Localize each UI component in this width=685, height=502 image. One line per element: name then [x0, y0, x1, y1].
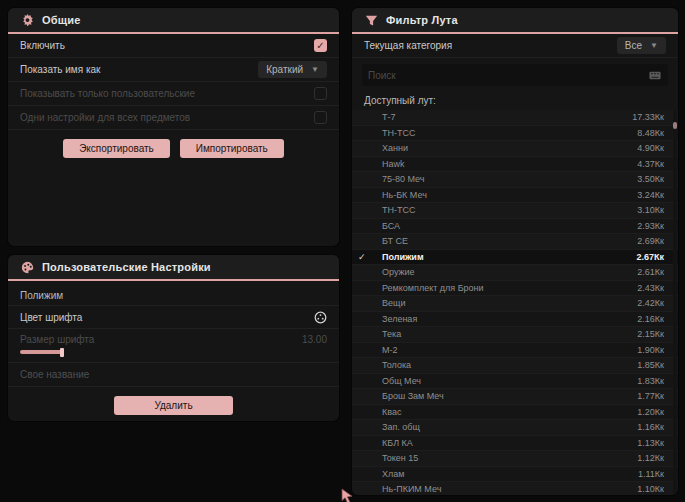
item-value: 1.83Кк: [637, 376, 664, 386]
search-box: [362, 64, 668, 86]
loot-list-item[interactable]: Зеленая 2.16Кк: [352, 312, 678, 328]
category-dropdown[interactable]: Все ▼: [617, 37, 666, 54]
item-check-icon: ✓: [358, 252, 370, 262]
item-value: 1.85Кк: [637, 360, 664, 370]
delete-button[interactable]: Удалить: [114, 396, 232, 415]
item-name: Зеленая: [370, 314, 637, 324]
show-name-dropdown[interactable]: Краткий ▼: [258, 61, 327, 78]
loot-list-item[interactable]: Нь-ПКИМ Меч 1.10Кк: [352, 482, 678, 495]
font-size-slider-fill: [20, 350, 62, 354]
loot-list-item[interactable]: Нь-БК Меч 3.24Кк: [352, 188, 678, 204]
item-value: 4.90Кк: [637, 143, 664, 153]
loot-list-item[interactable]: ✓ Полижим 2.67Кк: [352, 250, 678, 266]
loot-list-item[interactable]: Тека 2.15Кк: [352, 327, 678, 343]
item-name: Тека: [370, 329, 637, 339]
enable-row: Включить ✓: [8, 34, 339, 58]
loot-list-item[interactable]: ТН-ТСС 8.48Кк: [352, 126, 678, 142]
font-color-row: Цвет шрифта: [8, 305, 339, 329]
category-row: Текущая категория Все ▼: [352, 34, 678, 58]
loot-list-item[interactable]: Hawk 4.37Кк: [352, 157, 678, 173]
item-value: 2.15Кк: [637, 329, 664, 339]
gear-icon: [20, 13, 34, 27]
loot-list-scroll-thumb[interactable]: [673, 122, 677, 129]
same-settings-checkbox[interactable]: [314, 111, 327, 124]
item-value: 17.33Кк: [632, 112, 664, 122]
export-button[interactable]: Экспортировать: [63, 139, 170, 158]
color-picker-icon[interactable]: [313, 310, 327, 324]
loot-list-item[interactable]: Брош Зам Меч 1.77Кк: [352, 389, 678, 405]
item-value: 1.16Кк: [637, 422, 664, 432]
same-settings-row: Одни настройки для всех предметов: [8, 106, 339, 130]
item-name: Оружие: [370, 267, 637, 277]
available-loot-label: Доступный лут:: [352, 92, 678, 110]
item-name: Зап. общ: [370, 422, 637, 432]
item-value: 3.50Кк: [637, 174, 664, 184]
loot-list-item[interactable]: Вещи 2.42Кк: [352, 296, 678, 312]
loot-list-item[interactable]: БТ СЕ 2.69Кк: [352, 234, 678, 250]
item-value: 2.93Кк: [637, 221, 664, 231]
loot-list-item[interactable]: Толока 1.85Кк: [352, 358, 678, 374]
item-value: 3.10Кк: [637, 205, 664, 215]
item-name: Нь-БК Меч: [370, 190, 637, 200]
loot-list-item[interactable]: Оружие 2.61Кк: [352, 265, 678, 281]
only-custom-row: Показывать только пользовательские: [8, 82, 339, 106]
item-value: 2.67Кк: [636, 252, 664, 262]
font-size-slider[interactable]: [20, 350, 327, 354]
loot-list-item[interactable]: КБЛ КА 1.13Кк: [352, 436, 678, 452]
loot-list-item[interactable]: ТН-ТСС 3.10Кк: [352, 203, 678, 219]
only-custom-checkbox[interactable]: [314, 87, 327, 100]
loot-list: Т-7 17.33Кк ТН-ТСС 8.48Кк Ханни 4.90Кк H…: [352, 110, 678, 495]
loot-list-item[interactable]: 75-80 Меч 3.50Кк: [352, 172, 678, 188]
custom-settings-panel: Пользовательские Настройки Полижим Цвет …: [8, 255, 339, 421]
loot-list-item[interactable]: Токен 15 1.12Кк: [352, 451, 678, 467]
item-name: БСА: [370, 221, 637, 231]
loot-list-item[interactable]: М-2 1.90Кк: [352, 343, 678, 359]
search-input[interactable]: [368, 70, 649, 81]
general-panel-title: Общие: [42, 14, 81, 26]
palette-icon: [20, 260, 34, 274]
selected-item-name: Полижим: [8, 281, 339, 305]
font-size-value: 13.00: [302, 334, 327, 345]
show-name-label: Показать имя как: [20, 64, 100, 75]
enable-checkbox[interactable]: ✓: [314, 39, 327, 52]
loot-list-item[interactable]: Т-7 17.33Кк: [352, 110, 678, 126]
font-color-label: Цвет шрифта: [20, 312, 82, 323]
funnel-icon: [364, 13, 378, 27]
loot-filter-header: Фильтр Лута: [352, 8, 678, 34]
loot-list-item[interactable]: Ремкомплект для Брони 2.43Кк: [352, 281, 678, 297]
loot-list-scrollbar[interactable]: [673, 110, 677, 495]
item-name: БТ СЕ: [370, 236, 637, 246]
item-value: 2.43Кк: [637, 283, 664, 293]
loot-list-item[interactable]: Зап. общ 1.16Кк: [352, 420, 678, 436]
category-dropdown-value: Все: [625, 40, 642, 51]
item-name: Толока: [370, 360, 637, 370]
item-value: 1.13Кк: [637, 438, 664, 448]
show-name-row: Показать имя как Краткий ▼: [8, 58, 339, 82]
loot-list-item[interactable]: Квас 1.20Кк: [352, 405, 678, 421]
item-value: 3.24Кк: [637, 190, 664, 200]
loot-list-item[interactable]: Общ Меч 1.83Кк: [352, 374, 678, 390]
item-name: Нь-ПКИМ Меч: [370, 484, 637, 494]
item-value: 8.48Кк: [637, 128, 664, 138]
enable-label: Включить: [20, 40, 65, 51]
loot-filter-title: Фильтр Лута: [386, 14, 458, 26]
loot-list-item[interactable]: Ханни 4.90Кк: [352, 141, 678, 157]
item-value: 1.12Кк: [637, 453, 664, 463]
import-button[interactable]: Импортировать: [180, 139, 284, 158]
loot-list-item[interactable]: БСА 2.93Кк: [352, 219, 678, 235]
font-size-row: Размер шрифта 13.00: [8, 329, 339, 363]
item-value: 1.90Кк: [637, 345, 664, 355]
item-name: ТН-ТСС: [370, 128, 637, 138]
item-name: Хлам: [370, 469, 638, 479]
custom-settings-header: Пользовательские Настройки: [8, 255, 339, 281]
item-value: 2.69Кк: [637, 236, 664, 246]
custom-name-input[interactable]: [20, 369, 327, 380]
loot-list-item[interactable]: Хлам 1.11Кк: [352, 467, 678, 483]
keyboard-icon[interactable]: [649, 68, 662, 82]
only-custom-label: Показывать только пользовательские: [20, 88, 195, 99]
item-name: Ремкомплект для Брони: [370, 283, 637, 293]
item-name: М-2: [370, 345, 637, 355]
font-size-slider-thumb[interactable]: [60, 348, 64, 357]
item-name: Ханни: [370, 143, 637, 153]
loot-filter-panel: Фильтр Лута Текущая категория Все ▼ Дост…: [352, 8, 678, 495]
